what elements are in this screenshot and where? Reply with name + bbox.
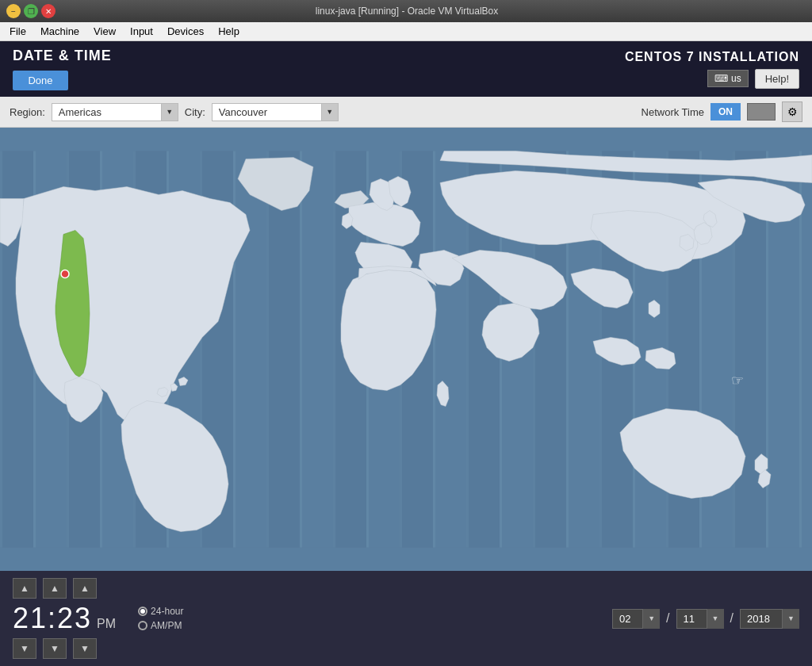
minutes-up-button[interactable]: ▲ — [43, 578, 67, 599]
month-select-group: 02 01 03 04 05 06 07 08 09 10 11 12 ▼ — [612, 609, 660, 629]
toggle-track — [747, 103, 776, 121]
keyboard-icon: ⌨ — [714, 73, 728, 84]
menu-help[interactable]: Help — [212, 24, 246, 39]
region-select[interactable]: Americas Europe Asia Africa Oceania — [52, 103, 178, 121]
close-button[interactable]: ✕ — [41, 4, 56, 18]
menu-devices[interactable]: Devices — [161, 24, 210, 39]
city-select-wrapper[interactable]: Vancouver Toronto New York Los Angeles ▼ — [212, 103, 339, 121]
world-map: ☞ — [0, 128, 812, 571]
date-controls: 02 01 03 04 05 06 07 08 09 10 11 12 ▼ — [612, 609, 799, 629]
time-stepper: ▲ ▲ ▲ 21:23 PM ▼ ▼ ▼ — [13, 578, 116, 659]
radio-ampm-label: AM/PM — [151, 620, 182, 631]
controls-bar: Region: Americas Europe Asia Africa Ocea… — [0, 97, 812, 128]
date-slash-1: / — [666, 611, 669, 626]
month-select[interactable]: 02 01 03 04 05 06 07 08 09 10 11 12 — [612, 609, 660, 629]
year-select-wrapper[interactable]: 2018 2017 2019 ▼ — [740, 609, 799, 629]
seconds-down-button[interactable]: ▼ — [73, 638, 97, 659]
seconds-up-button[interactable]: ▲ — [73, 578, 97, 599]
window-title: linux-java [Running] - Oracle VM Virtual… — [56, 6, 758, 17]
time-value: 21:23 — [13, 602, 92, 635]
menu-input[interactable]: Input — [124, 24, 159, 39]
titlebar: − ❐ ✕ linux-java [Running] - Oracle VM V… — [0, 0, 812, 22]
day-select[interactable]: 11 — [676, 609, 724, 629]
minutes-display: 23 — [57, 602, 92, 634]
hours-down-button[interactable]: ▼ — [13, 638, 36, 659]
svg-rect-14 — [433, 151, 435, 548]
window-controls[interactable]: − ❐ ✕ — [6, 4, 56, 18]
year-select-group: 2018 2017 2019 ▼ — [740, 609, 799, 629]
network-time-toggle[interactable]: ON — [710, 103, 741, 121]
time-down-arrows: ▼ ▼ ▼ — [13, 638, 116, 659]
svg-rect-30 — [266, 151, 300, 548]
restore-button[interactable]: ❐ — [24, 4, 38, 18]
controls-left: Region: Americas Europe Asia Africa Ocea… — [10, 103, 635, 121]
date-slash-2: / — [730, 611, 733, 626]
svg-rect-10 — [300, 151, 302, 548]
controls-right: Network Time ON ⚙ — [642, 101, 802, 122]
radio-24h-label: 24-hour — [151, 606, 183, 617]
day-select-wrapper[interactable]: 11 ▼ — [676, 609, 724, 629]
day-select-group: 11 ▼ — [676, 609, 724, 629]
map-area[interactable]: ☞ — [0, 128, 812, 571]
main-content: DATE & TIME Done CENTOS 7 INSTALLATION ⌨… — [0, 41, 812, 666]
keyboard-button[interactable]: ⌨ us — [707, 70, 749, 87]
time-display: 21:23 PM — [13, 602, 116, 635]
help-button[interactable]: Help! — [755, 69, 799, 89]
city-label: City: — [185, 106, 205, 118]
region-select-wrapper[interactable]: Americas Europe Asia Africa Oceania ▼ — [52, 103, 178, 121]
page-title: DATE & TIME — [13, 48, 112, 64]
svg-text:☞: ☞ — [731, 373, 744, 388]
menu-file[interactable]: File — [3, 24, 33, 39]
gear-button[interactable]: ⚙ — [782, 101, 802, 122]
bottom-panel: ▲ ▲ ▲ 21:23 PM ▼ ▼ ▼ 24-hour — [0, 571, 812, 666]
menu-machine[interactable]: Machine — [34, 24, 86, 39]
minutes-down-button[interactable]: ▼ — [43, 638, 67, 659]
header-bottom-row: ⌨ us Help! — [707, 69, 799, 89]
gear-icon: ⚙ — [787, 105, 798, 118]
keyboard-label: us — [731, 73, 741, 84]
centos-title: CENTOS 7 INSTALLATION — [625, 50, 799, 64]
header-strip: DATE & TIME Done CENTOS 7 INSTALLATION ⌨… — [0, 41, 812, 97]
city-select[interactable]: Vancouver Toronto New York Los Angeles — [212, 103, 339, 121]
ampm-display: PM — [97, 617, 116, 631]
menubar: File Machine View Input Devices Help — [0, 22, 812, 41]
header-left: DATE & TIME Done — [13, 48, 112, 90]
radio-ampm-circle — [138, 621, 147, 630]
menu-view[interactable]: View — [87, 24, 122, 39]
radio-ampm[interactable]: AM/PM — [138, 620, 183, 631]
hours-up-button[interactable]: ▲ — [13, 578, 36, 599]
done-button[interactable]: Done — [13, 71, 68, 90]
hours-display: 21 — [13, 602, 48, 634]
radio-24h[interactable]: 24-hour — [138, 606, 183, 617]
minimize-button[interactable]: − — [6, 4, 21, 18]
year-select[interactable]: 2018 2017 2019 — [740, 609, 799, 629]
region-label: Region: — [10, 106, 45, 118]
radio-24h-circle — [138, 607, 147, 616]
month-select-wrapper[interactable]: 02 01 03 04 05 06 07 08 09 10 11 12 ▼ — [612, 609, 660, 629]
time-format-options: 24-hour AM/PM — [138, 606, 183, 631]
network-time-label: Network Time — [642, 106, 704, 118]
svg-point-38 — [61, 270, 69, 278]
time-up-arrows: ▲ ▲ ▲ — [13, 578, 116, 599]
header-right: CENTOS 7 INSTALLATION ⌨ us Help! — [625, 50, 799, 89]
